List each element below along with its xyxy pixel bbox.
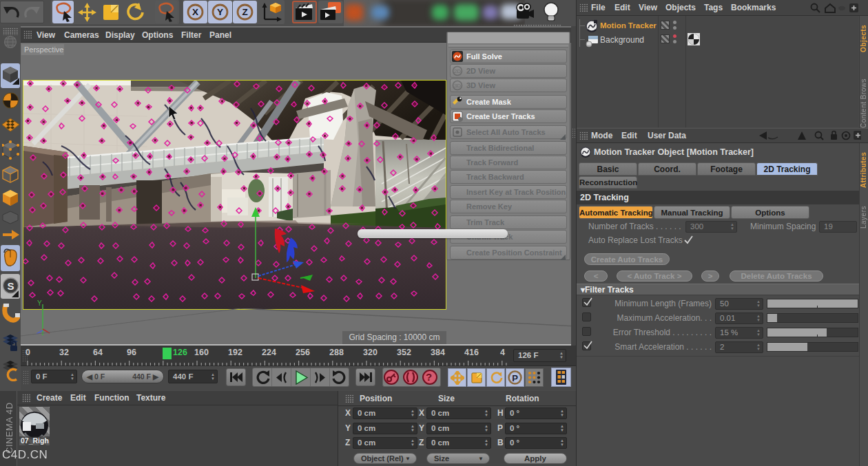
svg-text:Y: Y (37, 299, 42, 307)
svg-text:Y: Y (217, 7, 223, 17)
svg-text:P: P (512, 373, 518, 383)
svg-text:2D: 2D (454, 68, 461, 74)
svg-text:Z: Z (242, 7, 247, 17)
svg-text:S: S (7, 280, 14, 292)
svg-text:X: X (192, 7, 198, 17)
svg-text:3D: 3D (454, 83, 461, 89)
